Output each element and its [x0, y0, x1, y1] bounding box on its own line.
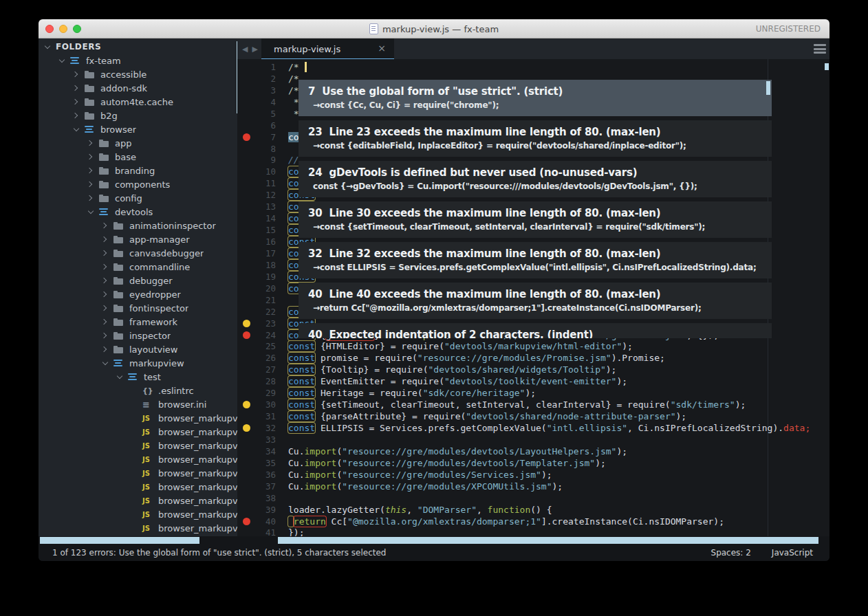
- tree-item-animationinspector[interactable]: animationinspector: [39, 219, 237, 232]
- tree-item-browser-markupview-dragdro[interactable]: JSbrowser_markupview_dragdro: [39, 521, 237, 535]
- tree-item-inspector[interactable]: inspector: [39, 329, 237, 342]
- line-number: 9: [255, 155, 276, 165]
- tree-item-framework[interactable]: framework: [39, 315, 237, 329]
- code-line-33[interactable]: 33: [237, 434, 829, 446]
- chevron-down-icon[interactable]: [58, 57, 65, 64]
- chevron-right-icon[interactable]: [102, 318, 109, 325]
- lint-result-line-24-2[interactable]: 24 gDevTools is defined but never used (…: [299, 161, 772, 197]
- code-line-41[interactable]: 41});: [237, 527, 829, 537]
- tree-item-layoutview[interactable]: layoutview: [39, 342, 237, 356]
- code-line-40[interactable]: 40 return Cc["@mozilla.org/xmlextras/dom…: [237, 516, 829, 527]
- tree-item-browser-markupview-dragdro[interactable]: JSbrowser_markupview_dragdro: [39, 507, 237, 521]
- sidebar-horizontal-scrollbar[interactable]: [40, 537, 199, 544]
- editor-vertical-scrollbar[interactable]: [825, 63, 829, 70]
- chevron-down-icon[interactable]: [44, 43, 51, 50]
- red-lint-dot-icon: [243, 133, 250, 141]
- tree-item-fx-team[interactable]: fx-team: [39, 54, 237, 67]
- chevron-right-icon[interactable]: [87, 195, 94, 201]
- tab-back-arrow-icon[interactable]: ◀: [242, 45, 248, 54]
- lint-result-line-30-3[interactable]: 30 Line 30 exceeds the maximum line leng…: [299, 201, 772, 238]
- chevron-right-icon[interactable]: [87, 153, 94, 160]
- chevron-down-icon[interactable]: [102, 360, 109, 366]
- chevron-right-icon[interactable]: [87, 167, 94, 174]
- tree-item-b2g[interactable]: b2g: [39, 109, 237, 122]
- tree-item-config[interactable]: config: [39, 191, 237, 205]
- tree-item-browser-markupview-anonym[interactable]: JSbrowser_markupview_anonym: [39, 439, 237, 452]
- tree-item-base[interactable]: base: [39, 150, 237, 164]
- tree-item-fontinspector[interactable]: fontinspector: [39, 301, 237, 315]
- tree-item-app[interactable]: app: [39, 136, 237, 150]
- folder-icon: [113, 277, 124, 285]
- chevron-down-icon[interactable]: [87, 208, 94, 215]
- chevron-right-icon[interactable]: [102, 291, 109, 298]
- overflow-menu-icon[interactable]: [814, 44, 826, 54]
- chevron-right-icon[interactable]: [73, 112, 80, 119]
- code-line-26[interactable]: 26const promise = require("resource://gr…: [237, 352, 829, 364]
- chevron-down-icon[interactable]: [73, 126, 80, 133]
- tree-item-canvasdebugger[interactable]: canvasdebugger: [39, 246, 237, 260]
- tree-item-commandline[interactable]: commandline: [39, 260, 237, 274]
- tree-item-browser[interactable]: browser: [39, 122, 237, 136]
- tree-item-addon-sdk[interactable]: addon-sdk: [39, 81, 237, 95]
- chevron-right-icon[interactable]: [102, 332, 109, 339]
- code-line-28[interactable]: 28const EventEmitter = require("devtools…: [237, 375, 829, 387]
- code-line-36[interactable]: 36Cu.import("resource://gre/modules/Serv…: [237, 469, 829, 481]
- chevron-right-icon[interactable]: [73, 71, 80, 78]
- chevron-right-icon[interactable]: [102, 250, 109, 256]
- tree-item-devtools[interactable]: devtools: [39, 205, 237, 219]
- chevron-right-icon[interactable]: [102, 277, 109, 284]
- chevron-right-icon[interactable]: [102, 236, 109, 243]
- code-line-29[interactable]: 29const Heritage = require("sdk/core/her…: [237, 387, 829, 399]
- code-line-31[interactable]: 31const {parseAttribute} = require("devt…: [237, 410, 829, 422]
- tree-item-markupview[interactable]: markupview: [39, 356, 237, 370]
- tree-item-browser-markupview-dragdro[interactable]: JSbrowser_markupview_dragdro: [39, 494, 237, 507]
- code-line-32[interactable]: 32const ELLIPSIS = Services.prefs.getCom…: [237, 422, 829, 434]
- indentation-setting[interactable]: Spaces: 2: [711, 548, 751, 558]
- code-line-27[interactable]: 27const {Tooltip} = require("devtools/sh…: [237, 364, 829, 375]
- tab-markup-view[interactable]: markup-view.js ×: [261, 38, 394, 59]
- lint-result-line-7-0[interactable]: 7 Use the global form of "use strict". (…: [299, 80, 772, 116]
- lint-result-line-32-4[interactable]: 32 Line 32 exceeds the maximum line leng…: [299, 242, 772, 278]
- tree-item-components[interactable]: components: [39, 177, 237, 191]
- tree-item-browser-markupview-copy-im[interactable]: JSbrowser_markupview_copy_im: [39, 466, 237, 480]
- chevron-right-icon[interactable]: [102, 263, 109, 270]
- chevron-right-icon[interactable]: [102, 222, 109, 229]
- editor-horizontal-scrollbar[interactable]: [278, 537, 818, 544]
- tree-item-browser-markupview-css-com[interactable]: JSbrowser_markupview_css_com: [39, 480, 237, 494]
- tree-item-app-manager[interactable]: app-manager: [39, 232, 237, 246]
- chevron-right-icon[interactable]: [87, 140, 94, 146]
- lint-result-line-23-1[interactable]: 23 Line 23 exceeds the maximum line leng…: [299, 120, 772, 157]
- code-line-35[interactable]: 35Cu.import("resource://gre/modules/devt…: [237, 457, 829, 469]
- chevron-down-icon[interactable]: [116, 373, 123, 380]
- code-line-1[interactable]: 1/*: [237, 61, 829, 73]
- tree-item-accessible[interactable]: accessible: [39, 67, 237, 81]
- tree-item-browser-markupview-anonym[interactable]: JSbrowser_markupview_anonym: [39, 411, 237, 425]
- language-mode[interactable]: JavaScript: [772, 548, 813, 558]
- code-line-38[interactable]: 38: [237, 492, 829, 504]
- tree-item-browser-ini[interactable]: ≡browser.ini: [39, 397, 237, 411]
- lint-result-line-40-6[interactable]: 40 Expected indentation of 2 characters.…: [299, 323, 772, 338]
- chevron-right-icon[interactable]: [102, 346, 109, 353]
- popup-scrollbar[interactable]: [766, 81, 770, 95]
- tab-forward-arrow-icon[interactable]: ▶: [252, 45, 257, 54]
- tree-item-browser-markupview-anonym[interactable]: JSbrowser_markupview_anonym: [39, 425, 237, 439]
- code-line-39[interactable]: 39loader.lazyGetter(this, "DOMParser", f…: [237, 504, 829, 516]
- tree-item-debugger[interactable]: debugger: [39, 274, 237, 287]
- tree-item-autom4te-cache[interactable]: autom4te.cache: [39, 95, 237, 109]
- code-line-37[interactable]: 37Cu.import("resource://gre/modules/XPCO…: [237, 481, 829, 492]
- tree-item-eslintrc[interactable]: {}.eslintrc: [39, 384, 237, 397]
- code-line-30[interactable]: 30const {setTimeout, clearTimeout, setIn…: [237, 399, 829, 410]
- chevron-right-icon[interactable]: [87, 181, 94, 188]
- code-line-25[interactable]: 25const {HTMLEditor} = require("devtools…: [237, 341, 829, 353]
- folders-header[interactable]: FOLDERS: [39, 40, 237, 54]
- tree-item-eyedropper[interactable]: eyedropper: [39, 287, 237, 301]
- tree-item-test[interactable]: test: [39, 370, 237, 384]
- tree-item-branding[interactable]: branding: [39, 164, 237, 177]
- chevron-right-icon[interactable]: [73, 85, 80, 91]
- code-line-34[interactable]: 34Cu.import("resource://gre/modules/devt…: [237, 446, 829, 457]
- lint-result-line-40-5[interactable]: 40 Line 40 exceeds the maximum line leng…: [299, 283, 772, 319]
- tab-close-icon[interactable]: ×: [378, 43, 386, 54]
- chevron-right-icon[interactable]: [73, 98, 80, 105]
- chevron-right-icon[interactable]: [102, 305, 109, 311]
- tree-item-browser-markupview-anonym[interactable]: JSbrowser_markupview_anonym: [39, 452, 237, 466]
